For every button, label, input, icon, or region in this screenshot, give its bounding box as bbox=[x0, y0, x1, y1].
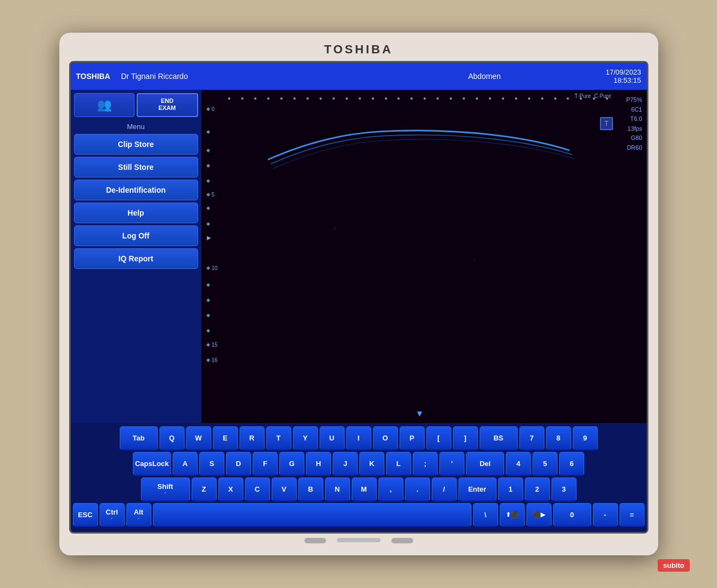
keyboard-row-4: ESC Ctrl · Alt · \ ⬆⬛ ⬛▶ 0 - = bbox=[73, 503, 645, 527]
key-u[interactable]: U bbox=[320, 426, 345, 450]
header-time: 18:53:15 bbox=[605, 76, 641, 84]
us-info-panel: P75% 6C1 T6.0 13fps G80 DR60 bbox=[626, 95, 642, 153]
sidebar-buttons: Clip Store Still Store De-Identification… bbox=[74, 134, 198, 420]
monitor-screen: TOSHIBA Dr Tignani Riccardo Abdomen 17/0… bbox=[69, 61, 648, 534]
header-date: 17/09/2023 bbox=[605, 68, 641, 76]
key-semicolon[interactable]: ; bbox=[413, 452, 438, 476]
key-space[interactable] bbox=[153, 503, 471, 527]
key-tab[interactable]: Tab bbox=[120, 426, 158, 450]
key-i[interactable]: I bbox=[346, 426, 371, 450]
sidebar-item-still-store[interactable]: Still Store bbox=[74, 157, 198, 177]
scan-dot bbox=[437, 97, 439, 100]
key-esc[interactable]: ESC bbox=[73, 503, 98, 527]
key-5[interactable]: 5 bbox=[532, 452, 557, 476]
depth-ruler: 0 5 ▶ bbox=[207, 106, 223, 412]
ruler-label-0: 0 bbox=[212, 106, 215, 112]
key-period[interactable]: . bbox=[405, 477, 430, 501]
sidebar-item-log-off[interactable]: Log Off bbox=[74, 225, 198, 246]
key-shift[interactable]: Shift · bbox=[141, 477, 190, 501]
key-x[interactable]: X bbox=[218, 477, 243, 501]
ruler-item bbox=[207, 223, 210, 225]
end-exam-label: ENDEXAM bbox=[158, 97, 176, 111]
key-d[interactable]: D bbox=[226, 452, 251, 476]
key-nav-icon[interactable]: ⬛▶ bbox=[526, 503, 551, 527]
sidebar-item-help[interactable]: Help bbox=[74, 203, 198, 223]
key-8[interactable]: 8 bbox=[546, 426, 571, 450]
key-l[interactable]: L bbox=[386, 452, 411, 476]
key-0[interactable]: 0 bbox=[553, 503, 591, 527]
key-o[interactable]: O bbox=[373, 426, 398, 450]
key-2[interactable]: 2 bbox=[525, 477, 550, 501]
key-b[interactable]: B bbox=[298, 477, 323, 501]
key-n[interactable]: N bbox=[325, 477, 350, 501]
key-g[interactable]: G bbox=[279, 452, 304, 476]
key-enter[interactable]: Enter bbox=[458, 477, 497, 501]
key-capslock[interactable]: CapsLock bbox=[133, 452, 171, 476]
probe-indicator: T bbox=[600, 117, 612, 130]
sidebar-item-de-identification[interactable]: De-Identification bbox=[74, 180, 198, 200]
scan-dot bbox=[320, 97, 322, 100]
ruler-diamond bbox=[206, 107, 210, 111]
ruler-item bbox=[207, 131, 210, 133]
key-k[interactable]: K bbox=[359, 452, 384, 476]
key-7[interactable]: 7 bbox=[519, 426, 544, 450]
scan-dot bbox=[333, 97, 335, 100]
monitor-brand: TOSHIBA bbox=[324, 42, 393, 57]
key-rbracket[interactable]: ] bbox=[453, 426, 478, 450]
svg-point-0 bbox=[334, 228, 335, 229]
key-minus[interactable]: - bbox=[593, 503, 618, 527]
key-3[interactable]: 3 bbox=[551, 477, 577, 501]
header-datetime: 17/09/2023 18:53:15 bbox=[605, 68, 641, 84]
freq-label-pure: T·Pure bbox=[574, 93, 591, 99]
frequency-labels: T·Pure C·Pure bbox=[574, 93, 611, 99]
key-j[interactable]: J bbox=[333, 452, 358, 476]
key-comma[interactable]: , bbox=[378, 477, 403, 501]
key-a[interactable]: A bbox=[173, 452, 198, 476]
key-up-arrow[interactable]: ⬆⬛ bbox=[500, 503, 525, 527]
power-display: P75% bbox=[626, 95, 642, 105]
screen-header: TOSHIBA Dr Tignani Riccardo Abdomen 17/0… bbox=[71, 63, 647, 90]
key-6[interactable]: 6 bbox=[559, 452, 584, 476]
key-9[interactable]: 9 bbox=[573, 426, 598, 450]
key-4[interactable]: 4 bbox=[506, 452, 531, 476]
ruler-label-15: 15 bbox=[212, 342, 218, 348]
scan-dot bbox=[541, 97, 543, 100]
key-c[interactable]: C bbox=[245, 477, 270, 501]
sidebar: 👥 ENDEXAM Menu Clip Store Still Store De… bbox=[71, 90, 201, 423]
key-m[interactable]: M bbox=[352, 477, 377, 501]
key-alt[interactable]: Alt · bbox=[126, 503, 151, 527]
scan-dot bbox=[307, 97, 309, 100]
key-f[interactable]: F bbox=[253, 452, 278, 476]
key-z[interactable]: Z bbox=[192, 477, 217, 501]
key-p[interactable]: P bbox=[400, 426, 425, 450]
key-e[interactable]: E bbox=[213, 426, 238, 450]
key-y[interactable]: Y bbox=[293, 426, 318, 450]
key-r[interactable]: R bbox=[240, 426, 265, 450]
header-doctor: Dr Tignani Riccardo bbox=[121, 72, 363, 81]
scan-dot bbox=[567, 97, 569, 100]
key-w[interactable]: W bbox=[186, 426, 211, 450]
key-del[interactable]: Del bbox=[466, 452, 504, 476]
sidebar-item-iq-report[interactable]: IQ Report bbox=[74, 248, 198, 269]
key-s[interactable]: S bbox=[199, 452, 224, 476]
key-slash[interactable]: / bbox=[432, 477, 457, 501]
key-ctrl[interactable]: Ctrl · bbox=[100, 503, 125, 527]
end-exam-button[interactable]: ENDEXAM bbox=[137, 93, 198, 117]
key-backspace[interactable]: BS bbox=[480, 426, 518, 450]
header-brand: TOSHIBA bbox=[76, 72, 111, 81]
scroll-indicator: ▼ bbox=[415, 409, 424, 419]
key-backslash[interactable]: \ bbox=[473, 503, 498, 527]
key-1[interactable]: 1 bbox=[498, 477, 523, 501]
key-q[interactable]: Q bbox=[160, 426, 185, 450]
key-h[interactable]: H bbox=[306, 452, 331, 476]
speaker-right bbox=[391, 538, 413, 543]
key-quote[interactable]: ' bbox=[439, 452, 464, 476]
key-equals[interactable]: = bbox=[620, 503, 645, 527]
svg-point-1 bbox=[418, 290, 419, 291]
key-v[interactable]: V bbox=[272, 477, 297, 501]
key-lbracket[interactable]: [ bbox=[426, 426, 451, 450]
key-t[interactable]: T bbox=[266, 426, 291, 450]
ruler-item bbox=[207, 164, 210, 167]
patient-button[interactable]: 👥 bbox=[74, 93, 134, 117]
sidebar-item-clip-store[interactable]: Clip Store bbox=[74, 134, 198, 155]
